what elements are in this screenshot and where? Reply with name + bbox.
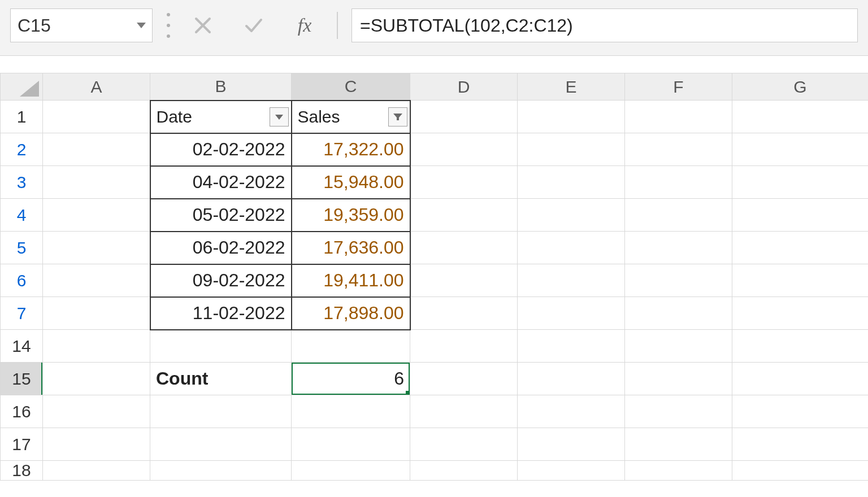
row-header-7[interactable]: 7 [1, 297, 43, 330]
select-all-corner[interactable] [1, 73, 43, 101]
col-header-G[interactable]: G [732, 73, 869, 101]
col-header-D[interactable]: D [410, 73, 518, 101]
name-box-dropdown[interactable] [131, 9, 152, 42]
cell-D2[interactable] [410, 133, 518, 166]
cell-E16[interactable] [518, 395, 625, 428]
cell-B3[interactable]: 04-02-2022 [150, 166, 292, 199]
cell-F2[interactable] [625, 133, 732, 166]
row-header-3[interactable]: 3 [1, 166, 43, 199]
cell-E1[interactable] [518, 101, 625, 133]
cell-A2[interactable] [43, 133, 150, 166]
cell-G1[interactable] [732, 101, 869, 133]
cell-G15[interactable] [732, 363, 869, 395]
row-header-18[interactable]: 18 [1, 461, 43, 481]
cell-E2[interactable] [518, 133, 625, 166]
cell-E7[interactable] [518, 297, 625, 330]
cell-A15[interactable] [43, 363, 150, 395]
cell-F6[interactable] [625, 264, 732, 297]
cell-B4[interactable]: 05-02-2022 [150, 199, 292, 232]
cell-C6[interactable]: 19,411.00 [292, 264, 410, 297]
cell-D1[interactable] [410, 101, 518, 133]
cell-D7[interactable] [410, 297, 518, 330]
cell-D14[interactable] [410, 330, 518, 363]
cell-C14[interactable] [292, 330, 410, 363]
row-header-14[interactable]: 14 [1, 330, 43, 363]
cell-B1[interactable]: Date [150, 101, 292, 133]
cell-B6[interactable]: 09-02-2022 [150, 264, 292, 297]
cell-G3[interactable] [732, 166, 869, 199]
formula-bar-input[interactable]: =SUBTOTAL(102,C2:C12) [351, 8, 858, 42]
filter-button-date[interactable] [270, 107, 289, 127]
cell-B15[interactable]: Count [150, 363, 292, 395]
cell-D3[interactable] [410, 166, 518, 199]
enter-button[interactable] [235, 8, 272, 42]
cell-D15[interactable] [410, 363, 518, 395]
col-header-E[interactable]: E [518, 73, 625, 101]
cell-B14[interactable] [150, 330, 292, 363]
cell-G16[interactable] [732, 395, 869, 428]
cell-B5[interactable]: 06-02-2022 [150, 232, 292, 264]
cell-E6[interactable] [518, 264, 625, 297]
row-header-16[interactable]: 16 [1, 395, 43, 428]
cell-B17[interactable] [150, 428, 292, 461]
cell-E3[interactable] [518, 166, 625, 199]
cell-G4[interactable] [732, 199, 869, 232]
cell-A16[interactable] [43, 395, 150, 428]
insert-function-button[interactable]: fx [286, 15, 323, 36]
cell-F14[interactable] [625, 330, 732, 363]
cell-G17[interactable] [732, 428, 869, 461]
cell-G6[interactable] [732, 264, 869, 297]
cell-E15[interactable] [518, 363, 625, 395]
cell-E17[interactable] [518, 428, 625, 461]
cell-C5[interactable]: 17,636.00 [292, 232, 410, 264]
cell-B7[interactable]: 11-02-2022 [150, 297, 292, 330]
cell-D18[interactable] [410, 461, 518, 481]
cell-C3[interactable]: 15,948.00 [292, 166, 410, 199]
cell-C18[interactable] [292, 461, 410, 481]
cell-A17[interactable] [43, 428, 150, 461]
cell-D17[interactable] [410, 428, 518, 461]
col-header-A[interactable]: A [43, 73, 150, 101]
cell-C1[interactable]: Sales [292, 101, 410, 133]
cell-B2[interactable]: 02-02-2022 [150, 133, 292, 166]
name-box[interactable]: C15 [10, 8, 153, 42]
cell-A18[interactable] [43, 461, 150, 481]
row-header-2[interactable]: 2 [1, 133, 43, 166]
cell-C17[interactable] [292, 428, 410, 461]
cell-A1[interactable] [43, 101, 150, 133]
col-header-C[interactable]: C [292, 73, 410, 101]
cell-A7[interactable] [43, 297, 150, 330]
cell-F18[interactable] [625, 461, 732, 481]
filter-button-sales[interactable] [388, 107, 407, 127]
cell-F16[interactable] [625, 395, 732, 428]
cell-D5[interactable] [410, 232, 518, 264]
cell-E18[interactable] [518, 461, 625, 481]
row-header-5[interactable]: 5 [1, 232, 43, 264]
row-header-6[interactable]: 6 [1, 264, 43, 297]
cell-F3[interactable] [625, 166, 732, 199]
cell-F1[interactable] [625, 101, 732, 133]
cell-C15[interactable]: 6 [292, 363, 410, 395]
cell-C7[interactable]: 17,898.00 [292, 297, 410, 330]
cell-E14[interactable] [518, 330, 625, 363]
cell-A14[interactable] [43, 330, 150, 363]
cell-A6[interactable] [43, 264, 150, 297]
cell-G14[interactable] [732, 330, 869, 363]
row-header-17[interactable]: 17 [1, 428, 43, 461]
cell-C4[interactable]: 19,359.00 [292, 199, 410, 232]
cell-B16[interactable] [150, 395, 292, 428]
cell-F17[interactable] [625, 428, 732, 461]
cell-G2[interactable] [732, 133, 869, 166]
cell-E5[interactable] [518, 232, 625, 264]
cell-C16[interactable] [292, 395, 410, 428]
cell-G5[interactable] [732, 232, 869, 264]
cell-G18[interactable] [732, 461, 869, 481]
cell-E4[interactable] [518, 199, 625, 232]
cell-F15[interactable] [625, 363, 732, 395]
worksheet-grid[interactable]: A B C D E F G 1 Date Sales [0, 73, 868, 481]
cell-G7[interactable] [732, 297, 869, 330]
cell-A3[interactable] [43, 166, 150, 199]
row-header-1[interactable]: 1 [1, 101, 43, 133]
row-header-15[interactable]: 15 [1, 363, 43, 395]
col-header-B[interactable]: B [150, 73, 292, 101]
